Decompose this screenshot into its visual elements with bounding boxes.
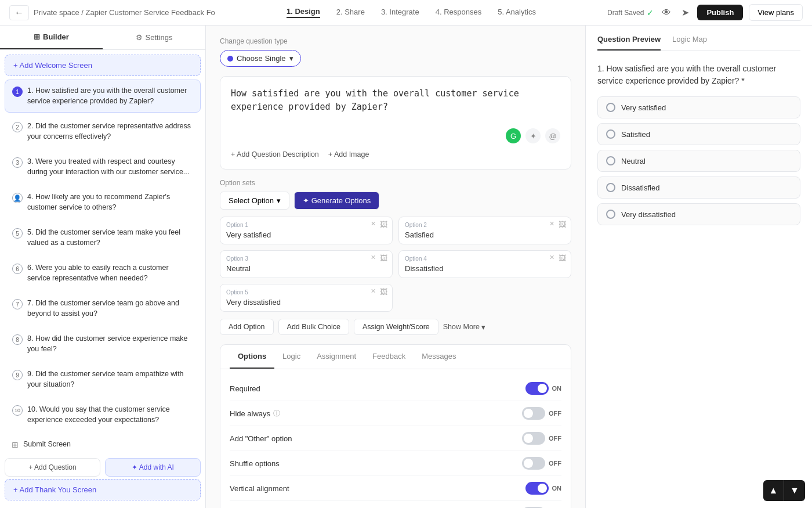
option-value-2[interactable]: Satisfied: [405, 230, 565, 239]
left-sidebar: ⊞ Builder ⚙ Settings + Add Welcome Scree…: [0, 26, 206, 508]
preview-option-1[interactable]: Very satisfied: [597, 96, 800, 118]
select-option-button[interactable]: Select Option ▾: [220, 192, 289, 210]
question-item-1[interactable]: 1 1. How satisfied are you with the over…: [5, 80, 201, 113]
preview-option-2[interactable]: Satisfied: [597, 123, 800, 145]
question-text-2: 2. Did the customer service representati…: [27, 121, 193, 142]
question-number-5: 5: [12, 228, 23, 239]
required-toggle[interactable]: [525, 382, 549, 395]
show-more-button[interactable]: Show More ▾: [443, 323, 485, 332]
option-image-1[interactable]: 🖼: [380, 220, 387, 229]
tab-design[interactable]: 1. Design: [287, 7, 320, 18]
question-number-10: 10: [12, 405, 23, 416]
tab-logic-map[interactable]: Logic Map: [672, 35, 707, 51]
add-welcome-screen-button[interactable]: + Add Welcome Screen: [5, 55, 201, 76]
question-text-4: 4. How likely are you to recommend Zapie…: [27, 192, 193, 212]
right-panel-tabs: Question Preview Logic Map: [597, 35, 800, 51]
add-bulk-choice-button[interactable]: Add Bulk Choice: [278, 319, 349, 335]
tab-analytics[interactable]: 5. Analytics: [498, 8, 536, 17]
submit-screen-item[interactable]: ⊞ Submit Screen: [5, 434, 201, 456]
option-close-2[interactable]: ✕: [549, 220, 554, 228]
option-close-4[interactable]: ✕: [549, 254, 554, 261]
question-item-7[interactable]: 7 7. Did the customer service team go ab…: [5, 292, 201, 325]
mention-icon[interactable]: @: [545, 128, 560, 143]
sparkle-icon[interactable]: ✦: [525, 128, 541, 143]
tab-share[interactable]: 2. Share: [336, 8, 365, 17]
ai-tool-icon[interactable]: G: [506, 128, 521, 143]
shuffle-toggle-container: OFF: [522, 457, 561, 470]
config-tab-assignment[interactable]: Assignment: [309, 345, 364, 369]
publish-button[interactable]: Publish: [697, 5, 743, 20]
tab-integrate[interactable]: 3. Integrate: [381, 8, 419, 17]
option-value-4[interactable]: Dissatisfied: [405, 264, 565, 273]
add-image-link[interactable]: + Add Image: [328, 150, 369, 158]
question-item-2[interactable]: 2 2. Did the customer service representa…: [5, 115, 201, 148]
chevron-down-icon: ▾: [481, 323, 485, 332]
preview-option-5[interactable]: Very dissatisfied: [597, 203, 800, 225]
preview-radio-2: [606, 129, 615, 139]
sidebar-tab-builder[interactable]: ⊞ Builder: [0, 26, 103, 49]
question-item-4[interactable]: 👤 4. How likely are you to recommend Zap…: [5, 186, 201, 219]
navigation-arrows: ▲ ▼: [763, 480, 805, 501]
chevron-down-icon: ▾: [277, 196, 281, 205]
option-close-1[interactable]: ✕: [371, 220, 376, 228]
info-icon[interactable]: ⓘ: [273, 409, 280, 419]
add-links: + Add Question Description + Add Image: [231, 150, 560, 158]
option-sets-section: Option sets Select Option ▾ ✦ Generate O…: [220, 179, 571, 335]
add-question-button[interactable]: + Add Question: [5, 458, 100, 477]
question-number-7: 7: [12, 299, 23, 309]
radio-dot-icon: [227, 56, 233, 62]
option-image-5[interactable]: 🖼: [380, 287, 387, 296]
option-close-3[interactable]: ✕: [371, 254, 376, 261]
other-option-toggle[interactable]: [522, 432, 545, 445]
preview-question-text: 1. How satisfied are you with the overal…: [597, 63, 800, 87]
question-text-input[interactable]: How satisfied are you with the overall c…: [231, 87, 560, 122]
question-type-selector[interactable]: Choose Single ▾: [220, 50, 301, 67]
config-tab-feedback[interactable]: Feedback: [364, 345, 414, 369]
option-image-4[interactable]: 🖼: [559, 254, 566, 262]
submit-screen-label: Submit Screen: [23, 439, 71, 450]
share-icon[interactable]: ➤: [679, 5, 691, 20]
sidebar-tab-settings[interactable]: ⚙ Settings: [103, 26, 205, 49]
nav-down-button[interactable]: ▼: [784, 480, 805, 501]
question-item-8[interactable]: 8 8. How did the customer service experi…: [5, 327, 201, 361]
nav-up-button[interactable]: ▲: [763, 480, 784, 501]
option-value-1[interactable]: Very satisfied: [226, 230, 386, 239]
option-image-2[interactable]: 🖼: [559, 220, 566, 229]
assign-weight-button[interactable]: Assign Weight/Score: [354, 319, 438, 335]
question-item-3[interactable]: 3 3. Were you treated with respect and c…: [5, 150, 201, 183]
option-image-3[interactable]: 🖼: [380, 254, 387, 262]
question-item-5[interactable]: 5 5. Did the customer service team make …: [5, 221, 201, 254]
vertical-toggle[interactable]: [525, 482, 549, 495]
add-description-link[interactable]: + Add Question Description: [231, 150, 319, 158]
config-tab-messages[interactable]: Messages: [414, 345, 464, 369]
view-plans-button[interactable]: View plans: [749, 4, 803, 21]
generate-options-button[interactable]: ✦ Generate Options: [294, 192, 379, 210]
required-toggle-label: ON: [552, 385, 562, 392]
config-tab-logic[interactable]: Logic: [274, 345, 309, 369]
preview-radio-1: [606, 103, 615, 112]
shuffle-toggle[interactable]: [522, 457, 545, 470]
question-item-10[interactable]: 10 10. Would you say that the customer s…: [5, 398, 201, 431]
option-value-3[interactable]: Neutral: [226, 264, 386, 273]
tab-responses[interactable]: 4. Responses: [436, 8, 482, 17]
add-option-button[interactable]: Add Option: [220, 319, 274, 335]
tab-question-preview[interactable]: Question Preview: [597, 35, 661, 51]
back-button[interactable]: ←: [9, 5, 29, 20]
preview-option-3[interactable]: Neutral: [597, 150, 800, 172]
question-card: How satisfied are you with the overall c…: [220, 76, 571, 170]
config-tab-options[interactable]: Options: [230, 345, 274, 369]
preview-icon[interactable]: 👁: [659, 5, 673, 20]
option-label-4: Option 4: [405, 255, 565, 262]
add-with-ai-button[interactable]: ✦ Add with AI: [105, 458, 201, 477]
hide-always-toggle[interactable]: [522, 407, 545, 420]
preview-option-4[interactable]: Dissatisfied: [597, 176, 800, 199]
option-value-5[interactable]: Very dissatisfied: [226, 298, 386, 307]
question-item-9[interactable]: 9 9. Did the customer service team empat…: [5, 363, 201, 396]
add-thank-you-screen-button[interactable]: + Add Thank You Screen: [5, 479, 201, 500]
question-item-6[interactable]: 6 6. Were you able to easily reach a cus…: [5, 257, 201, 290]
question-text-9: 9. Did the customer service team empathi…: [27, 369, 193, 390]
option-box-5: Option 5 Very dissatisfied ✕ 🖼: [220, 284, 393, 312]
thank-you-text-item[interactable]: Thank you for your time!: [5, 503, 201, 509]
draft-saved-status: Draft Saved ✓: [607, 8, 654, 17]
option-close-5[interactable]: ✕: [371, 287, 376, 295]
